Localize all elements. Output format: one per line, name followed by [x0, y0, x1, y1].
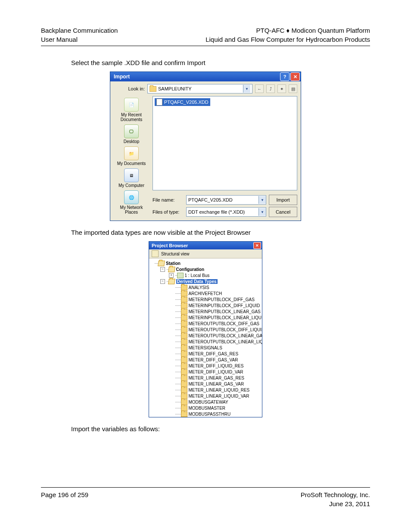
folder-icon — [149, 86, 156, 92]
bus-icon — [177, 273, 184, 278]
file-icon — [156, 99, 162, 106]
tree-row[interactable]: ·········METER_LINEAR_LIQUID_RES — [152, 387, 262, 393]
tree-row[interactable]: ·········METEROUTPUTBLOCK_DIFF_LIQUID — [152, 327, 262, 333]
minus-icon[interactable]: − — [160, 267, 165, 272]
instruction-text-2: The imported data types are now visible … — [71, 229, 370, 236]
folder-open-icon — [168, 267, 175, 272]
page-header: Backplane Communication User Manual PTQ-… — [41, 26, 370, 46]
chevron-down-icon[interactable]: ▼ — [258, 208, 266, 216]
tree-row[interactable]: ·········METER_DIFF_LIQUID_VAR — [152, 369, 262, 375]
tree-row[interactable]: −···Derived Data Types — [152, 278, 262, 284]
new-folder-icon[interactable]: ✦ — [277, 84, 286, 93]
tree-row[interactable]: ·········ANALYSIS — [152, 284, 262, 290]
minus-icon[interactable]: − — [160, 279, 165, 284]
place-desktop[interactable]: 🖵Desktop — [124, 124, 140, 144]
folder-open-icon — [158, 261, 165, 266]
back-icon[interactable]: ← — [255, 84, 264, 93]
tree-row[interactable]: ·········METER_LINEAR_LIQUID_VAR — [152, 393, 262, 399]
tree-row[interactable]: ·········METER_DIFF_LIQUID_RES — [152, 363, 262, 369]
close-icon[interactable]: ✕ — [253, 242, 261, 249]
folder-open-icon — [168, 279, 175, 284]
file-item-selected[interactable]: PTQAFC_V205.XDD — [155, 98, 210, 106]
place-network[interactable]: 🌐My Network Places — [114, 190, 149, 215]
tree-row[interactable]: ·········METERSIGNALS — [152, 345, 262, 351]
header-left-1: Backplane Communication — [41, 26, 118, 35]
look-in-label: Look in: — [114, 86, 145, 91]
project-browser-toolbar: Structural view — [149, 249, 262, 258]
header-right-2: Liquid and Gas Flow Computer for Hydroca… — [206, 35, 370, 44]
tree-row[interactable]: ·········METERINPUTBLOCK_DIFF_GAS — [152, 296, 262, 302]
project-browser-titlebar[interactable]: Project Browser ✕ — [149, 242, 262, 249]
import-button[interactable]: Import — [269, 195, 297, 205]
instruction-text-1: Select the sample .XDD file and confirm … — [71, 59, 370, 66]
help-icon[interactable]: ? — [280, 72, 290, 81]
tree-row[interactable]: −···Configuration — [152, 266, 262, 272]
views-icon[interactable]: ▤ — [289, 84, 297, 93]
project-tree[interactable]: ······Station−···Configuration+···1 : Lo… — [149, 258, 262, 417]
chevron-down-icon[interactable]: ▼ — [258, 196, 266, 204]
footer-date: June 23, 2011 — [301, 499, 370, 508]
project-browser-window: Project Browser ✕ Structural view ······… — [149, 241, 262, 417]
import-dialog: Import ? ✕ Look in: SAMPLEUNITY ▼ ← ⤴ ✦ … — [110, 72, 301, 221]
place-recent[interactable]: 📄My Recent Documents — [114, 98, 149, 122]
page-footer: Page 196 of 259 ProSoft Technology, Inc.… — [41, 487, 370, 508]
tree-row[interactable]: ·········METEROUTPUTBLOCK_DIFF_GAS — [152, 320, 262, 327]
footer-page: Page 196 of 259 — [41, 490, 88, 508]
up-folder-icon[interactable]: ⤴ — [266, 84, 275, 93]
cancel-button[interactable]: Cancel — [269, 207, 297, 217]
header-left-2: User Manual — [41, 35, 118, 44]
tree-row[interactable]: ·········MODBUSGATEWAY — [152, 399, 262, 405]
tree-row[interactable]: ·········METEROUTPUTBLOCK_LINEAR_LIQUID — [152, 339, 262, 345]
structural-view-icon[interactable] — [152, 250, 159, 257]
dialog-titlebar[interactable]: Import ? ✕ — [110, 72, 301, 81]
dialog-title: Import — [114, 74, 130, 80]
file-list[interactable]: PTQAFC_V205.XDD — [153, 96, 297, 190]
place-mycomputer[interactable]: 🖥My Computer — [118, 168, 144, 188]
file-name-label: File name: — [153, 197, 184, 202]
files-type-combo[interactable]: DDT exchange file (*.XDD) ▼ — [186, 207, 266, 217]
tree-row[interactable]: ·········MODBUSPASSTHRU — [152, 411, 262, 417]
place-mydocs[interactable]: 📁My Documents — [117, 146, 146, 166]
tree-row[interactable]: ·········METER_LINEAR_GAS_RES — [152, 375, 262, 381]
tree-row[interactable]: ·········ARCHIVEFETCH — [152, 290, 262, 296]
tree-row[interactable]: ·········METER_LINEAR_GAS_VAR — [152, 381, 262, 387]
plus-icon[interactable]: + — [169, 273, 174, 278]
close-icon[interactable]: ✕ — [290, 72, 300, 81]
tree-row[interactable]: ······Station — [152, 260, 262, 266]
tree-row[interactable]: ·········METERINPUTBLOCK_LINEAR_LIQUID — [152, 314, 262, 320]
tree-row[interactable]: ·········METER_DIFF_GAS_RES — [152, 351, 262, 357]
file-name-input[interactable]: PTQAFC_V205.XDD ▼ — [186, 195, 266, 205]
chevron-down-icon[interactable]: ▼ — [243, 85, 250, 93]
tree-row[interactable]: +···1 : Local Bus — [152, 272, 262, 278]
instruction-text-3: Import the variables as follows: — [71, 425, 370, 432]
tree-row[interactable]: ·········METER_DIFF_GAS_VAR — [152, 357, 262, 363]
tree-row[interactable]: ·········MODBUSMASTER — [152, 405, 262, 411]
toolbar-label: Structural view — [161, 252, 190, 256]
header-right-1: PTQ-AFC ♦ Modicon Quantum Platform — [206, 26, 370, 35]
footer-company: ProSoft Technology, Inc. — [301, 490, 370, 499]
tree-row[interactable]: ·········METERINPUTBLOCK_LINEAR_GAS — [152, 308, 262, 314]
look-in-combo[interactable]: SAMPLEUNITY ▼ — [147, 84, 252, 93]
tree-row[interactable]: ·········METERINPUTBLOCK_DIFF_LIQUID — [152, 302, 262, 308]
tree-row[interactable]: ·········METEROUTPUTBLOCK_LINEAR_GAS — [152, 333, 262, 339]
places-bar: 📄My Recent Documents 🖵Desktop 📁My Docume… — [114, 96, 149, 217]
files-type-label: Files of type: — [153, 209, 184, 215]
project-browser-title: Project Browser — [152, 243, 188, 248]
look-in-value: SAMPLEUNITY — [158, 86, 192, 91]
